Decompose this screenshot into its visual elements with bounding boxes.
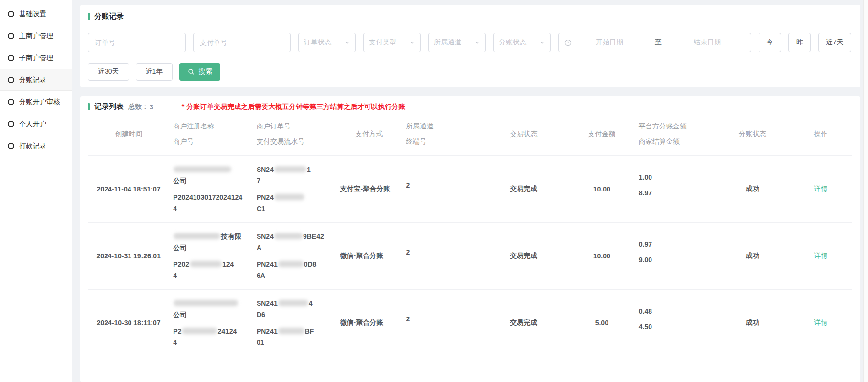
order-status-select[interactable]: 订单状态 xyxy=(298,33,356,52)
cell-split-amounts: 0.979.00 xyxy=(635,223,716,290)
last-1-year-button[interactable]: 近1年 xyxy=(136,63,173,81)
cell-split-amounts: 1.008.97 xyxy=(635,156,716,223)
sidebar-menu: 基础设置主商户管理子商户管理分账记录分账开户审核个人开户打款记录 xyxy=(0,3,72,157)
merchant-no: P224124 4 xyxy=(173,326,249,348)
date-range-separator: 至 xyxy=(647,38,670,47)
filter-card: 分账记录 订单状态 支付类型 所属通道 分账状态 xyxy=(80,5,860,87)
sidebar-item-basic-settings[interactable]: 基础设置 xyxy=(0,3,72,25)
platform-split-amount: 1.00 xyxy=(639,172,712,182)
pay-flow-no: PN241BF 01 xyxy=(257,326,332,348)
main-content: 分账记录 订单状态 支付类型 所属通道 分账状态 xyxy=(72,0,863,382)
cell-terminal-no: 2 xyxy=(402,290,478,357)
cell-pay-method: 微信-聚合分账 xyxy=(336,223,402,290)
cell-terminal-no: 2 xyxy=(402,223,478,290)
search-button[interactable]: 搜索 xyxy=(179,63,220,81)
cell-text: SN24 xyxy=(257,166,274,173)
terminal-no-value: 2 xyxy=(406,181,475,189)
column-header-line: 终端号 xyxy=(406,134,475,149)
redacted-blur xyxy=(174,300,238,306)
cell-order-numbers: SN2414 D6PN241BF 01 xyxy=(253,290,336,357)
cell-action: 详情 xyxy=(789,223,852,290)
merchant-name: 公司 xyxy=(173,164,249,187)
pay-flow-no: PN24 C1 xyxy=(257,192,332,214)
radio-circle-icon xyxy=(8,143,14,149)
split-amount-pair: 1.008.97 xyxy=(639,172,712,198)
radio-circle-icon xyxy=(8,77,14,83)
cell-text: C1 xyxy=(257,205,265,212)
merchant-settle-amount: 9.00 xyxy=(639,255,712,265)
detail-link[interactable]: 详情 xyxy=(814,318,827,326)
merchant-no: P202124 4 xyxy=(173,259,249,281)
last-30-days-button[interactable]: 近30天 xyxy=(88,63,129,81)
channel-select[interactable]: 所属通道 xyxy=(428,33,486,52)
redacted-blur xyxy=(174,233,220,239)
search-icon xyxy=(188,68,195,75)
sidebar-item-label: 基础设置 xyxy=(19,10,46,19)
yesterday-button[interactable]: 昨 xyxy=(788,33,811,52)
column-header-line: 平台方分账金额 xyxy=(639,119,712,134)
column-header-line: 交易状态 xyxy=(482,127,565,142)
column-header: 平台方分账金额商家结算金额 xyxy=(635,112,716,156)
end-date-input[interactable]: 结束日期 xyxy=(670,38,745,47)
cell-merchant: 技有限 公司P202124 4 xyxy=(169,223,253,290)
merchant-order-no: SN2414 D6 xyxy=(257,298,332,320)
records-table-body: 2024-11-04 18:51:07 公司P20241030172024124… xyxy=(88,156,852,357)
split-status-select[interactable]: 分账状态 xyxy=(493,33,551,52)
pay-type-select-label: 支付类型 xyxy=(369,38,396,47)
sidebar-item-split-account-review[interactable]: 分账开户审核 xyxy=(0,91,72,113)
merchant-name: 技有限 公司 xyxy=(173,231,249,254)
total-label: 总数： xyxy=(128,103,149,111)
sidebar-item-label: 分账开户审核 xyxy=(19,98,60,106)
platform-split-amount: 0.97 xyxy=(639,239,712,249)
terminal-no-value: 2 xyxy=(406,315,475,323)
pay-flow-no: PN2410D8 6A xyxy=(257,259,332,281)
list-header: 记录列表 总数： 3 * 分账订单交易完成之后需要大概五分钟等第三方结算之后才可… xyxy=(88,102,852,111)
split-status-select-label: 分账状态 xyxy=(499,38,526,47)
merchant-settle-amount: 4.50 xyxy=(639,322,712,332)
cell-text: P2 xyxy=(173,327,181,335)
chevron-down-icon xyxy=(410,40,415,45)
pay-type-select[interactable]: 支付类型 xyxy=(363,33,421,52)
radio-circle-icon xyxy=(8,55,14,61)
column-header: 支付金额 xyxy=(569,112,635,156)
column-header-line: 商户订单号 xyxy=(257,119,332,134)
sidebar-item-sub-merchant-mgmt[interactable]: 子商户管理 xyxy=(0,47,72,69)
pay-no-input[interactable] xyxy=(193,33,291,52)
settlement-notice: * 分账订单交易完成之后需要大概五分钟等第三方结算之后才可以执行分账 xyxy=(182,103,405,111)
column-header-line: 所属通道 xyxy=(406,119,475,134)
title-accent-bar xyxy=(88,13,90,20)
cell-split-status: 成功 xyxy=(716,223,789,290)
start-date-input[interactable]: 开始日期 xyxy=(572,38,647,47)
title-accent-bar xyxy=(88,103,90,110)
search-button-label: 搜索 xyxy=(198,67,212,76)
sidebar-item-label: 个人开户 xyxy=(19,120,46,128)
column-header-line: 支付交易流水号 xyxy=(257,134,332,149)
detail-link[interactable]: 详情 xyxy=(814,252,827,259)
order-no-input[interactable] xyxy=(88,33,186,52)
sidebar-item-payout-records[interactable]: 打款记录 xyxy=(0,135,72,157)
table-row: 2024-10-31 19:26:01技有限 公司P202124 4SN249B… xyxy=(88,223,852,290)
channel-select-label: 所属通道 xyxy=(434,38,461,47)
redacted-blur xyxy=(274,166,306,172)
sidebar-item-label: 主商户管理 xyxy=(19,32,53,41)
sidebar-item-split-records[interactable]: 分账记录 xyxy=(0,69,72,91)
table-row: 2024-11-04 18:51:07 公司P20241030172024124… xyxy=(88,156,852,223)
merchant-order-no: SN249BE42 A xyxy=(257,231,332,254)
date-range-picker[interactable]: 开始日期 至 结束日期 xyxy=(558,33,751,52)
last-7-days-button[interactable]: 近7天 xyxy=(818,33,851,52)
column-header-line: 创建时间 xyxy=(92,127,165,142)
column-header: 支付方式 xyxy=(336,112,402,156)
cell-action: 详情 xyxy=(789,156,852,223)
cell-pay-amount: 10.00 xyxy=(569,223,635,290)
cell-text: P202 xyxy=(173,260,189,268)
scrollbar[interactable] xyxy=(863,0,868,382)
detail-link[interactable]: 详情 xyxy=(814,185,827,192)
redacted-blur xyxy=(274,233,303,239)
sidebar-item-main-merchant-mgmt[interactable]: 主商户管理 xyxy=(0,25,72,47)
cell-text: SN24 xyxy=(257,233,274,240)
cell-terminal-no: 2 xyxy=(402,156,478,223)
records-table: 创建时间商户注册名称商户号商户订单号支付交易流水号支付方式所属通道终端号交易状态… xyxy=(88,112,852,357)
column-header: 商户订单号支付交易流水号 xyxy=(253,112,336,156)
sidebar-item-personal-account[interactable]: 个人开户 xyxy=(0,113,72,135)
today-button[interactable]: 今 xyxy=(759,33,781,52)
